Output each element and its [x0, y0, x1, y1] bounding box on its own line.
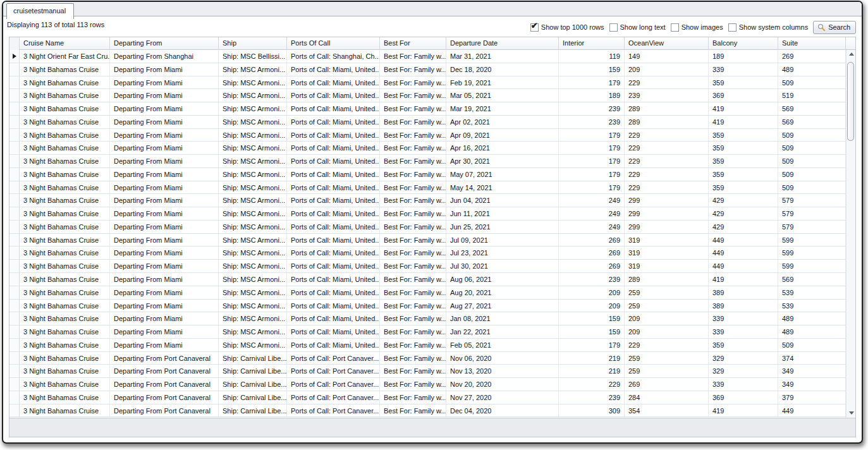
cell-suite[interactable]: 569	[778, 273, 846, 286]
scroll-up-arrow-icon[interactable]	[849, 52, 854, 56]
cell-departure_date[interactable]: Apr 09, 2021	[446, 129, 559, 142]
cell-ship[interactable]: Ship: MSC Armoni...	[219, 129, 287, 142]
table-row[interactable]: 3 Night Bahamas CruiseDeparting From Mia…	[9, 312, 855, 325]
cell-departure_date[interactable]: Mar 05, 2021	[446, 89, 559, 102]
cell-oceanview[interactable]: 229	[625, 155, 709, 167]
cell-cruise_name[interactable]: 3 Night Bahamas Cruise	[20, 404, 110, 417]
cell-ship[interactable]: Ship: MSC Armoni...	[219, 312, 287, 325]
cell-best_for[interactable]: Best For: Family w...	[380, 50, 446, 63]
cell-departing_from[interactable]: Departing From Miami	[110, 155, 219, 167]
cell-oceanview[interactable]: 299	[625, 207, 709, 220]
cell-departure_date[interactable]: Apr 30, 2021	[446, 155, 559, 167]
cell-balcony[interactable]: 359	[709, 155, 778, 167]
row-selector-cell[interactable]	[9, 391, 20, 404]
table-row[interactable]: 3 Night Bahamas CruiseDeparting From Mia…	[9, 273, 855, 286]
cell-ship[interactable]: Ship: Carnival Libe...	[219, 391, 287, 404]
cell-ports_of_call[interactable]: Ports of Call: Miami, United...	[287, 300, 380, 312]
cell-departing_from[interactable]: Departing From Miami	[110, 102, 219, 115]
cell-departing_from[interactable]: Departing From Miami	[110, 246, 219, 259]
column-header-ship[interactable]: Ship	[219, 37, 287, 50]
cell-suite[interactable]: 509	[778, 142, 846, 154]
cell-oceanview[interactable]: 229	[625, 339, 709, 351]
row-selector-cell[interactable]	[9, 194, 20, 207]
cell-best_for[interactable]: Best For: Family w...	[380, 142, 446, 154]
cell-suite[interactable]: 519	[778, 89, 846, 102]
cell-ports_of_call[interactable]: Ports of Call: Miami, United...	[287, 116, 380, 128]
cell-interior[interactable]: 249	[559, 221, 625, 233]
cell-cruise_name[interactable]: 3 Night Bahamas Cruise	[20, 352, 110, 365]
cell-ship[interactable]: Ship: MSC Armoni...	[219, 325, 287, 338]
table-row[interactable]: 3 Night Bahamas CruiseDeparting From Mia…	[9, 102, 855, 116]
cell-ports_of_call[interactable]: Ports of Call: Miami, United...	[287, 181, 380, 194]
row-selector-cell[interactable]	[9, 404, 20, 417]
cell-best_for[interactable]: Best For: Family w...	[380, 312, 446, 325]
row-selector-cell[interactable]	[9, 273, 20, 286]
table-row[interactable]: 3 Night Bahamas CruiseDeparting From Mia…	[9, 76, 855, 90]
cell-ship[interactable]: Ship: MSC Armoni...	[219, 142, 287, 154]
cell-best_for[interactable]: Best For: Family w...	[380, 89, 446, 102]
cell-departing_from[interactable]: Departing From Miami	[110, 89, 219, 102]
cell-ports_of_call[interactable]: Ports of Call: Miami, United...	[287, 168, 380, 181]
cell-ship[interactable]: Ship: MSC Armoni...	[219, 155, 287, 167]
cell-ports_of_call[interactable]: Ports of Call: Miami, United...	[287, 207, 380, 220]
cell-cruise_name[interactable]: 3 Night Bahamas Cruise	[20, 102, 110, 115]
cell-departing_from[interactable]: Departing From Miami	[110, 129, 219, 142]
cell-interior[interactable]: 189	[559, 89, 625, 102]
cell-best_for[interactable]: Best For: Family w...	[380, 102, 446, 115]
cell-departure_date[interactable]: Jul 23, 2021	[446, 246, 559, 259]
cell-departure_date[interactable]: Dec 18, 2020	[446, 63, 559, 76]
cell-ship[interactable]: Ship: Carnival Libe...	[219, 365, 287, 377]
cell-departure_date[interactable]: Feb 19, 2021	[446, 76, 559, 89]
cell-best_for[interactable]: Best For: Family w...	[380, 365, 446, 377]
cell-suite[interactable]: 579	[778, 194, 846, 207]
cell-ship[interactable]: Ship: MSC Armoni...	[219, 181, 287, 194]
table-row[interactable]: 3 Night Bahamas CruiseDeparting From Mia…	[9, 142, 855, 155]
cell-cruise_name[interactable]: 3 Night Bahamas Cruise	[20, 168, 110, 181]
row-selector-cell[interactable]	[9, 63, 20, 76]
table-row[interactable]: 3 Night Bahamas CruiseDeparting From Mia…	[9, 155, 855, 168]
cell-balcony[interactable]: 339	[709, 63, 778, 76]
table-row[interactable]: 3 Night Bahamas CruiseDeparting From Mia…	[9, 339, 855, 352]
table-row[interactable]: 3 Night Orient Far East Cru...Departing …	[9, 50, 855, 63]
checkbox-box[interactable]: ✔	[609, 23, 618, 32]
cell-suite[interactable]: 509	[778, 339, 846, 351]
cell-departure_date[interactable]: Aug 20, 2021	[446, 286, 559, 299]
cell-departing_from[interactable]: Departing From Miami	[110, 325, 219, 338]
cell-ports_of_call[interactable]: Ports of Call: Port Canaver...	[287, 404, 380, 417]
row-selector-cell[interactable]	[9, 325, 20, 338]
cell-oceanview[interactable]: 319	[625, 260, 709, 272]
cell-interior[interactable]: 209	[559, 300, 625, 312]
cell-oceanview[interactable]: 259	[625, 365, 709, 377]
table-row[interactable]: 3 Night Bahamas CruiseDeparting From Mia…	[9, 221, 855, 234]
cell-departing_from[interactable]: Departing From Miami	[110, 181, 219, 194]
row-selector-cell[interactable]	[9, 155, 20, 167]
checkbox-box[interactable]: ✔	[671, 23, 679, 32]
cell-oceanview[interactable]: 229	[625, 181, 709, 194]
cell-cruise_name[interactable]: 3 Night Bahamas Cruise	[20, 260, 110, 272]
cell-cruise_name[interactable]: 3 Night Bahamas Cruise	[20, 129, 110, 142]
cell-suite[interactable]: 509	[778, 129, 846, 142]
cell-suite[interactable]: 489	[778, 312, 846, 325]
cell-departure_date[interactable]: Apr 16, 2021	[446, 142, 559, 154]
cell-ship[interactable]: Ship: MSC Armoni...	[219, 221, 287, 233]
cell-balcony[interactable]: 429	[709, 207, 778, 220]
cell-best_for[interactable]: Best For: Family w...	[380, 352, 446, 365]
cell-ship[interactable]: Ship: MSC Armoni...	[219, 102, 287, 115]
cell-oceanview[interactable]: 289	[625, 273, 709, 286]
cell-suite[interactable]: 569	[778, 116, 846, 128]
cell-oceanview[interactable]: 209	[625, 63, 709, 76]
cell-oceanview[interactable]: 149	[625, 50, 709, 63]
cell-suite[interactable]: 599	[778, 234, 846, 246]
cell-suite[interactable]: 569	[778, 102, 846, 115]
cell-cruise_name[interactable]: 3 Night Bahamas Cruise	[20, 246, 110, 259]
cell-departing_from[interactable]: Departing From Miami	[110, 286, 219, 299]
table-row[interactable]: 3 Night Bahamas CruiseDeparting From Mia…	[9, 63, 855, 76]
cell-departure_date[interactable]: Mar 31, 2021	[446, 50, 559, 63]
cell-departure_date[interactable]: Dec 04, 2020	[446, 404, 559, 417]
table-row[interactable]: 3 Night Bahamas CruiseDeparting From Mia…	[9, 207, 855, 221]
cell-ports_of_call[interactable]: Ports of Call: Miami, United...	[287, 102, 380, 115]
cell-suite[interactable]: 349	[778, 365, 846, 377]
cell-interior[interactable]: 179	[559, 129, 625, 142]
cell-oceanview[interactable]: 299	[625, 221, 709, 233]
vertical-scrollbar[interactable]	[846, 50, 855, 418]
